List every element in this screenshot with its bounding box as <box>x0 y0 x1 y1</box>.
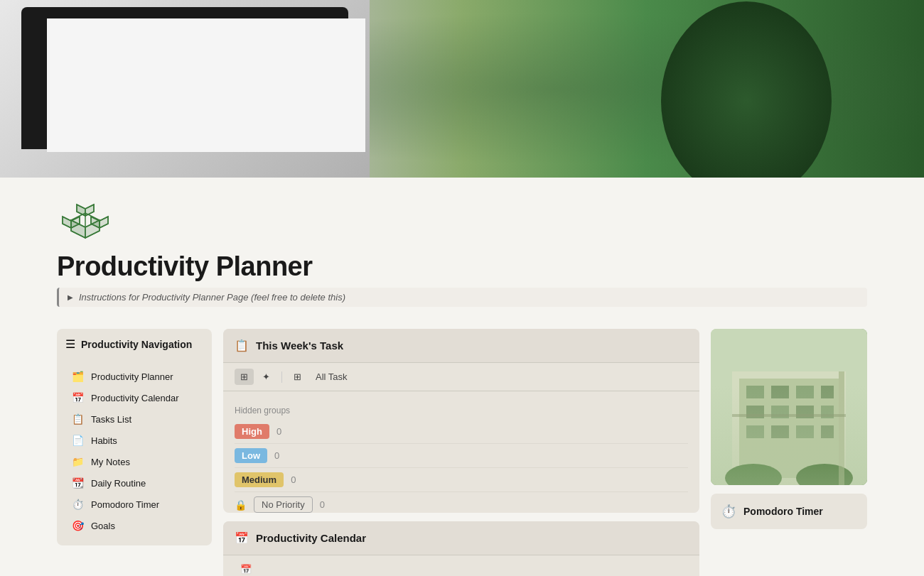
tasks-widget-body: Hidden groups High 0 Low 0 Medium 0 <box>223 391 699 513</box>
task-toolbar: ⊞ ✦ ⊞ All Task <box>223 363 699 391</box>
all-task-button[interactable]: All Task <box>310 369 353 385</box>
high-count: 0 <box>276 426 281 437</box>
content-area: Productivity Planner ▶ Instructions for … <box>0 178 924 576</box>
nopriority-count: 0 <box>320 499 325 510</box>
svg-marker-7 <box>63 217 71 228</box>
sidebar-item-label: Habits <box>91 435 117 446</box>
sidebar-item-label: Productivity Planner <box>91 371 173 382</box>
main-layout: ☰ Productivity Navigation 🗂️ Productivit… <box>0 317 924 576</box>
svg-point-31 <box>796 464 853 485</box>
notes-icon: 📁 <box>71 456 84 467</box>
svg-marker-11 <box>100 217 108 228</box>
hero-laptop <box>0 0 370 178</box>
sidebar-item-tasks[interactable]: 📋 Tasks List <box>65 409 203 429</box>
sidebar-item-label: My Notes <box>91 457 130 467</box>
daily-icon: 📆 <box>71 477 84 489</box>
center-panel: 📋 This Week's Task ⊞ ✦ ⊞ All Task Hidden… <box>223 329 699 576</box>
lock-icon: 🔒 <box>235 499 247 511</box>
sidebar-item-label: Daily Routine <box>91 478 146 489</box>
calendar-widget-header: 📅 Productivity Calendar <box>223 521 699 555</box>
nav-header: ☰ Productivity Navigation <box>65 337 203 357</box>
svg-rect-28 <box>796 425 814 438</box>
sidebar-item-pomodoro[interactable]: ⏱️ Pomodoro Timer <box>65 494 203 514</box>
sidebar-item-notes[interactable]: 📁 My Notes <box>65 452 203 472</box>
tasks-widget-icon: 📋 <box>235 339 249 352</box>
svg-marker-14 <box>85 205 94 216</box>
sidebar-item-calendar[interactable]: 📅 Productivity Calendar <box>65 388 203 408</box>
medium-count: 0 <box>291 474 296 485</box>
sidebar-item-label: Pomodoro Timer <box>91 499 159 510</box>
instructions-text: Instructions for Productivity Planner Pa… <box>79 292 345 303</box>
all-task-label: All Task <box>316 371 348 382</box>
planner-icon: 🗂️ <box>71 371 84 382</box>
svg-rect-29 <box>821 425 834 438</box>
svg-rect-17 <box>739 379 839 478</box>
sidebar-item-label: Goals <box>91 521 115 531</box>
title-section: Productivity Planner ▶ Instructions for … <box>0 178 924 317</box>
hero-banner <box>0 0 924 178</box>
calendar-widget: 📅 Productivity Calendar 📅 ‹ Today › Marc… <box>223 521 699 576</box>
priority-group-medium: Medium 0 <box>235 468 688 492</box>
nav-panel: ☰ Productivity Navigation 🗂️ Productivit… <box>57 329 212 545</box>
sidebar-item-habits[interactable]: 📄 Habits <box>65 430 203 450</box>
building-photo <box>711 329 867 485</box>
svg-rect-19 <box>771 386 789 398</box>
priority-group-low: Low 0 <box>235 444 688 468</box>
star-button[interactable]: ✦ <box>257 369 276 385</box>
tasks-icon: 📋 <box>71 413 84 425</box>
svg-rect-32 <box>839 371 844 485</box>
tasks-widget-title: This Week's Task <box>256 339 343 352</box>
nav-header-title: Productivity Navigation <box>81 339 192 350</box>
toolbar-divider <box>281 371 282 383</box>
low-count: 0 <box>274 450 279 461</box>
sidebar-item-label: Productivity Calendar <box>91 393 179 403</box>
svg-rect-23 <box>771 406 789 418</box>
laptop-inner <box>47 18 365 152</box>
tasks-widget: 📋 This Week's Task ⊞ ✦ ⊞ All Task Hidden… <box>223 329 699 513</box>
calendar-icon: 📅 <box>71 392 84 403</box>
board-view-button[interactable]: ⊞ <box>235 369 254 385</box>
medium-badge[interactable]: Medium <box>235 472 284 487</box>
svg-point-30 <box>725 464 782 485</box>
svg-rect-26 <box>746 425 764 438</box>
tasks-widget-header: 📋 This Week's Task <box>223 329 699 363</box>
svg-rect-27 <box>771 425 789 438</box>
svg-rect-22 <box>746 406 764 418</box>
page-title: Productivity Planner <box>57 251 867 282</box>
calendar-widget-title: Productivity Calendar <box>256 532 366 544</box>
svg-rect-25 <box>821 406 834 418</box>
svg-rect-20 <box>796 386 814 398</box>
calendar-widget-icon: 📅 <box>235 531 249 545</box>
sidebar-item-planner[interactable]: 🗂️ Productivity Planner <box>65 366 203 386</box>
pomodoro-mini-title: Pomodoro Timer <box>743 506 823 517</box>
grid-view-button[interactable]: ⊞ <box>288 369 307 385</box>
svg-rect-15 <box>711 329 867 485</box>
svg-rect-21 <box>821 386 834 398</box>
sidebar-item-goals[interactable]: 🎯 Goals <box>65 516 203 536</box>
logo-icon <box>57 192 114 249</box>
svg-rect-24 <box>796 406 814 418</box>
instructions-bar[interactable]: ▶ Instructions for Productivity Planner … <box>57 288 867 307</box>
pomodoro-mini-card[interactable]: ⏱️ Pomodoro Timer <box>711 494 867 529</box>
right-panel: ⏱️ Pomodoro Timer <box>711 329 867 576</box>
svg-rect-16 <box>732 371 846 485</box>
hidden-groups-label: Hidden groups <box>235 400 688 420</box>
priority-group-high: High 0 <box>235 420 688 444</box>
calendar-toolbar: 📅 <box>223 555 699 576</box>
svg-rect-33 <box>732 414 846 417</box>
habits-icon: 📄 <box>71 435 84 446</box>
pomodoro-mini-icon: ⏱️ <box>721 504 736 519</box>
calendar-view-button[interactable]: 📅 <box>235 561 257 576</box>
pomodoro-icon: ⏱️ <box>71 499 84 510</box>
sidebar-item-label: Tasks List <box>91 414 131 425</box>
nav-header-icon: ☰ <box>65 337 75 351</box>
svg-rect-18 <box>746 386 764 398</box>
low-badge[interactable]: Low <box>235 448 267 463</box>
nopriority-badge[interactable]: No Priority <box>254 496 313 513</box>
high-badge[interactable]: High <box>235 424 269 439</box>
collapse-icon: ▶ <box>68 293 73 301</box>
sidebar-item-daily[interactable]: 📆 Daily Routine <box>65 473 203 493</box>
priority-group-nopriority: 🔒 No Priority 0 <box>235 492 688 513</box>
goals-icon: 🎯 <box>71 520 84 531</box>
hero-plant <box>640 0 853 178</box>
